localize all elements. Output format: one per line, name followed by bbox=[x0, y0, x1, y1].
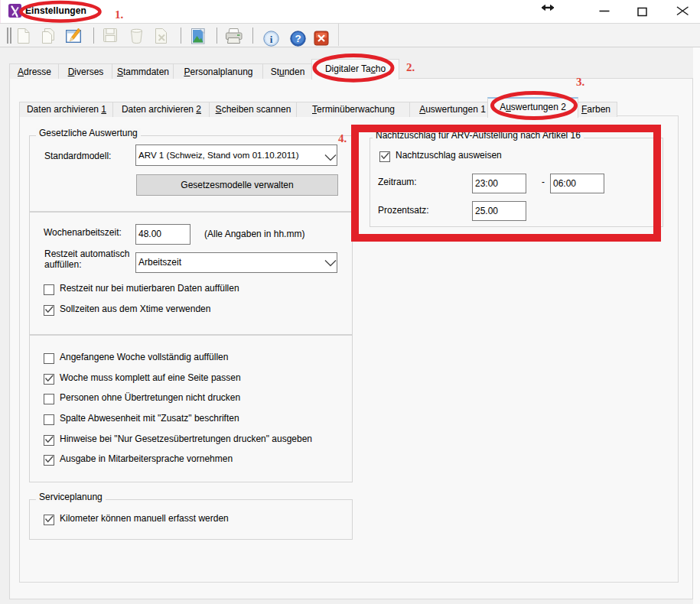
svg-text:i: i bbox=[270, 34, 273, 45]
svg-text:?: ? bbox=[295, 33, 301, 44]
